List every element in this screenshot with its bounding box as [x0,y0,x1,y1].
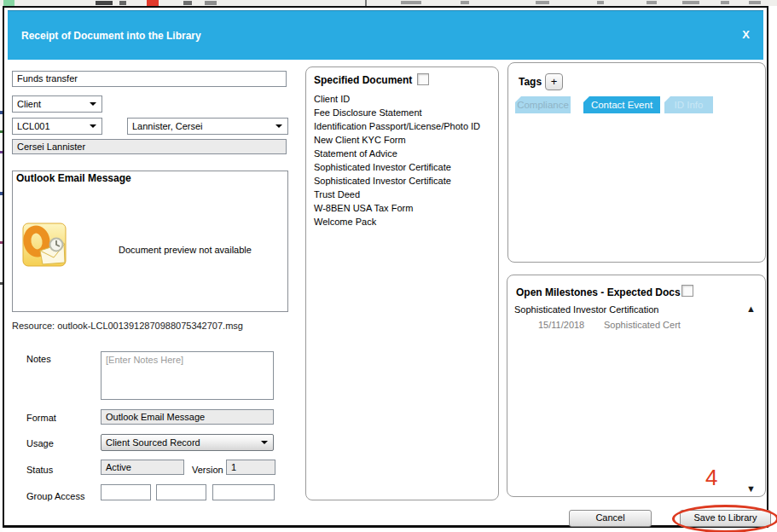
open-milestones-checkbox[interactable] [681,285,693,297]
background-fragment [401,1,421,4]
background-fragment [597,1,604,4]
list-item[interactable]: W-8BEN USA Tax Form [314,201,493,215]
background-fragment [119,1,126,5]
entity-type-value: Client [17,99,41,109]
background-fragment [3,0,14,6]
specified-document-panel: Specified Document Client ID Fee Disclos… [305,66,499,500]
background-fragment [721,1,729,4]
background-fragment [183,1,192,5]
scroll-up-icon[interactable]: ▲ [746,304,756,314]
format-label: Format [26,413,56,423]
client-code-value: LCL001 [17,121,50,131]
cancel-button[interactable]: Cancel [569,510,652,527]
list-item[interactable]: Welcome Pack [314,215,493,228]
document-preview-panel: Outlook Email Message Document preview n… [12,171,288,312]
background-fragment [536,1,549,4]
version-label: Version [192,465,223,475]
tag-chip-compliance[interactable]: Compliance [515,96,571,113]
chevron-down-icon [90,102,96,106]
tag-chip-id-info[interactable]: ID Info [664,96,713,113]
usage-value: Client Sourced Record [106,437,200,448]
group-access-input-1[interactable] [101,484,151,500]
open-milestones-panel: Open Milestones - Expected Docs Sophisti… [507,275,766,497]
group-access-input-3[interactable] [212,484,275,500]
dialog-title: Receipt of Document into the Library [21,30,201,42]
format-field: Outlook Email Message [101,409,274,425]
preview-unavailable-text: Document preview not available [119,245,252,255]
milestone-name[interactable]: Sophisticated Investor Certification [514,304,658,315]
version-field: 1 [226,460,275,475]
background-fragment [647,1,657,4]
list-item[interactable]: Client ID [314,92,493,106]
specified-document-list: Client ID Fee Disclosure Statement Ident… [314,92,493,228]
background-fragment [461,1,469,4]
background-fragment [205,1,217,5]
annotation-step-number: 4 [705,465,717,491]
tags-title: Tags [519,76,542,88]
client-display-field: Cersei Lannister [12,139,287,154]
tags-panel: Tags + Compliance Contact Event ID Info [507,62,766,263]
group-access-label: Group Access [26,491,84,501]
close-icon[interactable]: X [742,28,750,41]
background-fragment [96,1,113,5]
dialog-titlebar: Receipt of Document into the Library X [8,10,763,60]
add-tag-button[interactable]: + [545,73,563,90]
client-code-dropdown[interactable]: LCL001 [12,118,102,135]
client-name-value: Lannister, Cersei [132,121,203,131]
background-fragment [682,1,699,4]
list-item[interactable]: New Client KYC Form [314,133,493,147]
list-item[interactable]: Identification Passport/License/Photo ID [314,119,493,133]
tag-chip-contact-event[interactable]: Contact Event [583,96,660,113]
scroll-down-icon[interactable]: ▼ [746,483,756,494]
background-fragment [147,0,159,6]
preview-format-title: Outlook Email Message [16,172,131,184]
background-fragment [749,1,761,4]
list-item[interactable]: Sophisticated Investor Certificate [314,160,493,174]
resource-path-text: Resource: outlook-LCL0013912870988075342… [12,321,243,331]
background-fragment [365,0,367,6]
list-item[interactable]: Fee Disclosure Statement [314,106,493,119]
save-to-library-button[interactable]: Save to Library [680,510,771,527]
specified-document-title: Specified Document [314,74,412,86]
chevron-down-icon [261,441,268,444]
notes-input[interactable]: [Enter Notes Here] [101,351,274,400]
list-item[interactable]: Statement of Advice [314,147,493,160]
entity-type-dropdown[interactable]: Client [12,95,102,113]
receipt-dialog: Receipt of Document into the Library X F… [3,6,768,528]
group-access-input-2[interactable] [156,484,206,500]
usage-dropdown[interactable]: Client Sourced Record [101,434,274,451]
specified-document-checkbox[interactable] [417,73,429,85]
chevron-down-icon [90,124,96,128]
usage-label: Usage [26,438,54,448]
status-field: Active [101,460,184,475]
milestone-date: 15/11/2018 [538,320,584,330]
document-name-input[interactable]: Funds transfer [12,71,287,87]
client-name-dropdown[interactable]: Lannister, Cersei [127,118,288,135]
open-milestones-title: Open Milestones - Expected Docs [516,286,681,298]
milestone-document: Sophisticated Cert [604,320,681,330]
notes-label: Notes [26,354,51,364]
outlook-icon [22,223,67,267]
background-app-strip [0,0,777,6]
chevron-down-icon [275,124,282,128]
status-label: Status [26,465,53,475]
list-item[interactable]: Trust Deed [314,188,493,201]
list-item[interactable]: Sophisticated Investor Certificate [314,174,493,188]
